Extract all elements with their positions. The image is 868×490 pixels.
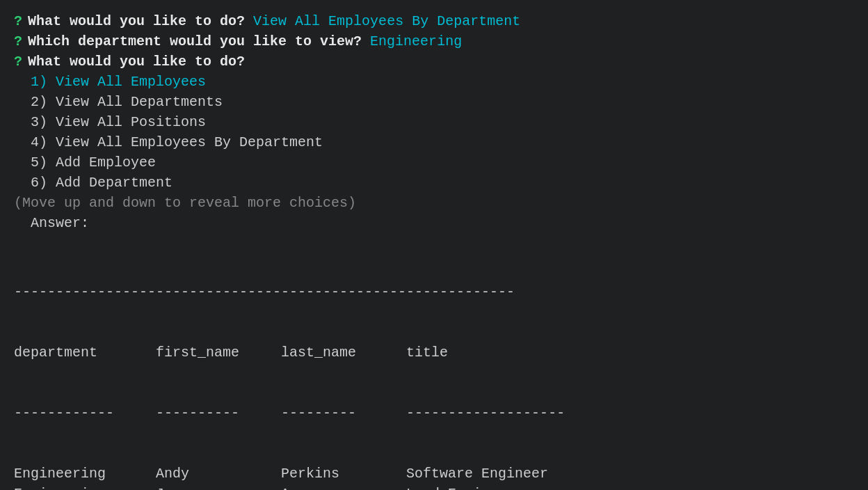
option-number: 2) <box>14 92 56 112</box>
question-3: What would you like to do? <box>28 52 245 72</box>
option-item[interactable]: 4) View All Employees By Department <box>14 132 854 152</box>
line-2: ? Which department would you like to vie… <box>14 31 854 52</box>
question-2: Which department would you like to view? <box>28 31 362 52</box>
question-1: What would you like to do? <box>28 11 245 31</box>
option-number: 6) <box>14 173 56 193</box>
option-number: 4) <box>14 132 56 152</box>
table-rows: Engineering Andy Perkins Software Engine… <box>14 464 854 490</box>
option-item[interactable]: 1) View All Employees <box>14 72 854 92</box>
table-header: department first_name last_name title <box>14 342 854 363</box>
answer-1: View All Employees By Department <box>253 11 520 31</box>
prompt-2: ? <box>14 31 22 52</box>
table-section: ----------------------------------------… <box>14 242 854 490</box>
answer-prompt-line: Answer: <box>14 213 854 233</box>
hint-text: (Move up and down to reveal more choices… <box>14 193 356 213</box>
option-label: View All Departments <box>56 92 223 112</box>
answer-2: Engineering <box>370 31 462 52</box>
option-number: 1) <box>14 72 56 92</box>
prompt-3: ? <box>14 52 22 72</box>
option-label: View All Employees <box>56 72 206 92</box>
answer-label: Answer: <box>14 213 89 233</box>
option-label: View All Positions <box>56 112 206 132</box>
option-number: 3) <box>14 112 56 132</box>
options-list[interactable]: 1) View All Employees 2) View All Depart… <box>14 72 854 193</box>
option-item[interactable]: 3) View All Positions <box>14 112 854 132</box>
line-3: ? What would you like to do? <box>14 52 854 72</box>
option-item[interactable]: 5) Add Employee <box>14 152 854 173</box>
table-header-sep: ------------ ---------- --------- ------… <box>14 403 854 423</box>
option-label: Add Employee <box>56 152 156 173</box>
table-divider: ----------------------------------------… <box>14 282 854 302</box>
option-label: Add Department <box>56 173 172 193</box>
hint-line: (Move up and down to reveal more choices… <box>14 193 854 213</box>
table-row: Engineering Andy Perkins Software Engine… <box>14 464 854 484</box>
option-item[interactable]: 6) Add Department <box>14 173 854 193</box>
line-1: ? What would you like to do? View All Em… <box>14 11 854 31</box>
option-number: 5) <box>14 152 56 173</box>
table-row: Engineering Juan A Lead Engineer <box>14 484 854 490</box>
option-label: View All Employees By Department <box>56 132 323 152</box>
prompt-1: ? <box>14 11 22 31</box>
option-item[interactable]: 2) View All Departments <box>14 92 854 112</box>
